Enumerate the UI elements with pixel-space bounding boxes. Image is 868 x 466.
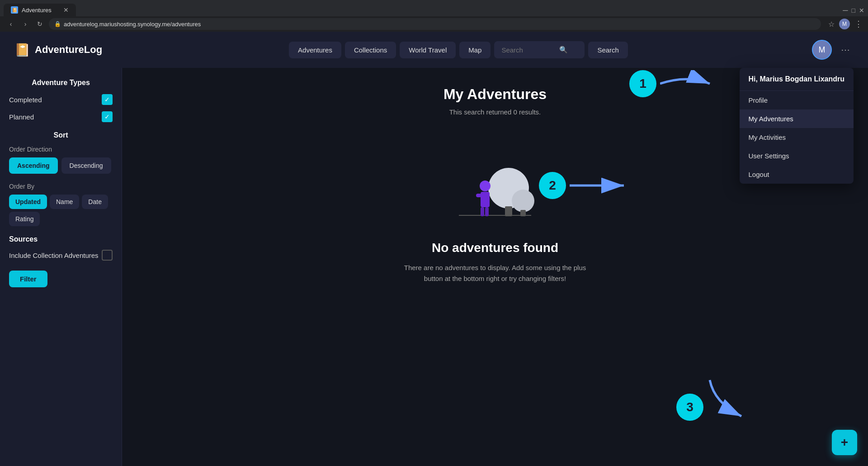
refresh-btn[interactable]: ↻ <box>34 19 45 29</box>
order-by-name[interactable]: Name <box>50 195 79 209</box>
nav-map[interactable]: Map <box>459 42 491 58</box>
arrow-2 <box>570 172 628 199</box>
browser-tabs: 📔 Adventures ✕ ─ □ ✕ <box>0 0 868 16</box>
page-title: My Adventures <box>443 86 547 103</box>
empty-illustration <box>450 143 540 226</box>
close-btn[interactable]: ✕ <box>859 7 864 14</box>
dropdown-user-settings[interactable]: User Settings <box>740 147 854 165</box>
header-right: M ⋯ <box>812 40 854 60</box>
nav-world-travel[interactable]: World Travel <box>400 42 456 58</box>
browser-menu-btn[interactable]: ⋮ <box>854 19 863 29</box>
include-collection-label: Include Collection Adventures <box>9 252 99 259</box>
arrow-1 <box>660 70 714 97</box>
arrow-3 <box>705 376 750 421</box>
search-icon: 🔍 <box>559 46 568 54</box>
app-logo: 📔 AdventureLog <box>14 43 105 57</box>
browser-user-avatar[interactable]: M <box>839 19 850 29</box>
adventure-types-title: Adventure Types <box>9 79 113 87</box>
svg-rect-9 <box>481 207 484 216</box>
app-logo-text: AdventureLog <box>35 44 102 56</box>
search-input[interactable] <box>501 46 556 54</box>
ascending-btn[interactable]: Ascending <box>9 157 58 174</box>
order-by-updated[interactable]: Updated <box>9 195 47 209</box>
callout-2: 2 <box>539 172 566 199</box>
empty-desc: There are no adventures to display. Add … <box>400 262 590 284</box>
callout-3: 3 <box>676 394 703 421</box>
order-direction-group: Ascending Descending <box>9 157 113 174</box>
sidebar: Adventure Types Completed ✓ Planned ✓ So… <box>0 68 122 466</box>
order-by-group: Updated Name Date Rating <box>9 195 113 226</box>
tab-favicon: 📔 <box>11 6 18 14</box>
browser-toolbar: ‹ › ↻ 🔒 adventurelog.mariushosting.synol… <box>0 16 868 32</box>
svg-rect-6 <box>481 192 490 207</box>
svg-rect-2 <box>505 206 512 216</box>
descending-btn[interactable]: Descending <box>61 157 111 174</box>
browser-actions: ☆ M ⋮ <box>828 19 863 29</box>
address-text: adventurelog.mariushosting.synology.me/a… <box>64 21 201 28</box>
annotation-1: 1 <box>629 70 714 97</box>
annotation-3: 3 <box>676 376 750 421</box>
maximize-btn[interactable]: □ <box>852 7 855 14</box>
add-adventure-fab[interactable]: + <box>832 430 857 455</box>
filter-planned-checkbox[interactable]: ✓ <box>102 111 113 122</box>
browser-chrome: 📔 Adventures ✕ ─ □ ✕ ‹ › ↻ 🔒 adventurelo… <box>0 0 868 32</box>
app-header: 📔 AdventureLog Adventures Collections Wo… <box>0 32 868 68</box>
app-container: 📔 AdventureLog Adventures Collections Wo… <box>0 32 868 466</box>
filter-planned-label: Planned <box>9 113 34 121</box>
dropdown-profile[interactable]: Profile <box>740 91 854 109</box>
browser-tab[interactable]: 📔 Adventures ✕ <box>4 4 76 16</box>
filter-completed-label: Completed <box>9 96 42 104</box>
search-result-text: This search returned 0 results. <box>449 108 541 116</box>
forward-btn[interactable]: › <box>20 19 31 29</box>
dropdown-logout[interactable]: Logout <box>740 165 854 184</box>
filter-completed-checkbox[interactable]: ✓ <box>102 94 113 105</box>
dropdown-menu: Hi, Marius Bogdan Lixandru Profile My Ad… <box>740 68 854 184</box>
svg-point-5 <box>480 181 491 191</box>
svg-point-3 <box>512 190 534 212</box>
tab-title: Adventures <box>22 7 52 14</box>
header-dots-btn[interactable]: ⋯ <box>837 43 854 57</box>
back-btn[interactable]: ‹ <box>5 19 16 29</box>
filter-completed-row: Completed ✓ <box>9 94 113 105</box>
dropdown-my-adventures[interactable]: My Adventures <box>740 109 854 128</box>
order-by-rating[interactable]: Rating <box>9 212 40 226</box>
search-bar: 🔍 <box>494 41 585 58</box>
app-logo-icon: 📔 <box>14 43 30 57</box>
order-by-label: Order By <box>9 183 113 190</box>
sources-title: Sources <box>9 235 113 243</box>
nav-items: Adventures Collections World Travel Map … <box>116 41 801 58</box>
empty-title: No adventures found <box>432 241 558 255</box>
minimize-btn[interactable]: ─ <box>843 6 848 14</box>
dropdown-my-activities[interactable]: My Activities <box>740 128 854 147</box>
sort-title: Sort <box>9 131 113 139</box>
annotation-2: 2 <box>539 172 628 199</box>
address-bar[interactable]: 🔒 adventurelog.mariushosting.synology.me… <box>49 18 821 30</box>
nav-adventures[interactable]: Adventures <box>289 42 341 58</box>
svg-rect-4 <box>520 210 526 216</box>
tab-close-btn[interactable]: ✕ <box>63 6 69 14</box>
user-avatar[interactable]: M <box>812 40 832 60</box>
bookmark-btn[interactable]: ☆ <box>828 20 835 29</box>
search-button[interactable]: Search <box>588 42 628 58</box>
svg-rect-7 <box>476 194 481 197</box>
dropdown-greeting: Hi, Marius Bogdan Lixandru <box>740 68 854 91</box>
filter-button[interactable]: Filter <box>9 271 47 287</box>
include-collection-row: Include Collection Adventures <box>9 250 113 261</box>
callout-1: 1 <box>629 70 656 97</box>
main-layout: Adventure Types Completed ✓ Planned ✓ So… <box>0 68 868 466</box>
include-collection-checkbox[interactable] <box>102 250 113 261</box>
nav-collections[interactable]: Collections <box>345 42 396 58</box>
address-icon: 🔒 <box>54 21 61 27</box>
filter-planned-row: Planned ✓ <box>9 111 113 122</box>
svg-rect-8 <box>485 207 489 216</box>
order-direction-label: Order Direction <box>9 146 113 153</box>
order-by-date[interactable]: Date <box>82 195 108 209</box>
